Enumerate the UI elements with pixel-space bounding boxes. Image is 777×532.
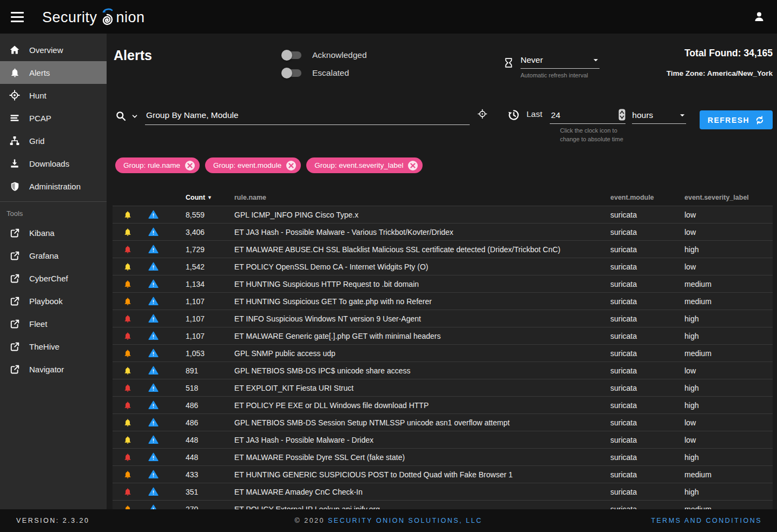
search-input[interactable] <box>145 108 470 124</box>
alert-bell-cell[interactable] <box>113 488 142 496</box>
table-row[interactable]: 3,406 ET JA3 Hash - Possible Malware - V… <box>113 223 773 240</box>
severity-bell-icon <box>123 280 132 288</box>
alert-info-cell[interactable] <box>142 227 164 237</box>
alert-info-cell[interactable] <box>142 279 164 289</box>
table-row[interactable]: 8,559 GPL ICMP_INFO PING Cisco Type.x su… <box>113 206 773 223</box>
alert-bell-cell[interactable] <box>113 349 142 358</box>
sidebar-item-cyberchef[interactable]: CyberChef <box>0 267 107 290</box>
sidebar-item-pcap[interactable]: PCAP <box>0 107 107 129</box>
alerts-table-header: Count ▼ rule.name event.module event.sev… <box>113 189 773 206</box>
table-row[interactable]: 486 ET POLICY PE EXE or DLL Windows file… <box>113 396 773 413</box>
table-row[interactable]: 1,107 ET HUNTING Suspicious GET To gate.… <box>113 292 773 310</box>
refresh-button[interactable]: REFRESH <box>700 110 773 129</box>
alert-bell-cell[interactable] <box>113 228 142 237</box>
sidebar-item-thehive[interactable]: TheHive <box>0 335 107 358</box>
menu-icon[interactable] <box>8 7 27 27</box>
table-row[interactable]: 1,107 ET MALWARE Generic gate[.].php GET… <box>113 327 773 344</box>
chevron-down-icon[interactable] <box>131 113 139 120</box>
alert-info-cell[interactable] <box>142 452 164 462</box>
group-chip-event-severity-label[interactable]: Group: event.severity_label <box>306 157 423 173</box>
count-cell: 351 <box>164 488 234 496</box>
alert-info-cell[interactable] <box>142 469 164 480</box>
alert-info-cell[interactable] <box>142 331 164 341</box>
table-row[interactable]: 1,053 GPL SNMP public access udp suricat… <box>113 344 773 362</box>
refresh-interval-select[interactable]: Never <box>521 55 600 69</box>
alert-info-cell[interactable] <box>142 400 164 410</box>
alert-info-cell[interactable] <box>142 244 164 254</box>
stepper-icon[interactable] <box>618 109 625 121</box>
acknowledged-toggle[interactable] <box>283 51 301 59</box>
alert-bell-cell[interactable] <box>113 332 142 340</box>
sidebar-item-label: Kibana <box>29 228 55 238</box>
alert-bell-cell[interactable] <box>113 314 142 323</box>
alert-bell-cell[interactable] <box>113 366 142 375</box>
table-row[interactable]: 1,107 ET INFO Suspicious Windows NT vers… <box>113 310 773 327</box>
sidebar-item-kibana[interactable]: Kibana <box>0 221 107 244</box>
column-header-count[interactable]: Count ▼ <box>164 194 234 201</box>
table-row[interactable]: 448 ET JA3 Hash - Possible Malware - Dri… <box>113 431 773 448</box>
alert-info-cell[interactable] <box>142 313 164 324</box>
table-row[interactable]: 448 ET MALWARE Possible Dyre SSL Cert (f… <box>113 448 773 465</box>
table-row[interactable]: 433 ET HUNTING GENERIC SUSPICIOUS POST t… <box>113 465 773 483</box>
sidebar-item-fleet[interactable]: Fleet <box>0 312 107 335</box>
alert-bell-cell[interactable] <box>113 436 142 444</box>
table-row[interactable]: 518 ET EXPLOIT_KIT Fiesta URI Struct sur… <box>113 379 773 396</box>
alert-info-cell[interactable] <box>142 435 164 445</box>
alert-info-cell[interactable] <box>142 417 164 428</box>
alert-bell-cell[interactable] <box>113 262 142 271</box>
time-range-quantity-input[interactable] <box>550 108 598 121</box>
sidebar-item-grid[interactable]: Grid <box>0 129 107 152</box>
alert-bell-cell[interactable] <box>113 470 142 479</box>
rule-name-cell: ET JA3 Hash - Possible Malware - Various… <box>234 228 610 237</box>
alert-bell-cell[interactable] <box>113 245 142 254</box>
time-range-unit-select[interactable]: hours <box>632 110 686 124</box>
sidebar-item-overview[interactable]: Overview <box>0 38 107 61</box>
user-account-button[interactable] <box>750 8 768 26</box>
alert-bell-cell[interactable] <box>113 211 142 219</box>
close-icon[interactable] <box>408 161 418 170</box>
table-row[interactable]: 1,134 ET HUNTING Suspicious HTTP Request… <box>113 275 773 292</box>
alert-info-cell[interactable] <box>142 365 164 376</box>
company-link[interactable]: SECURITY ONION SOLUTIONS, LLC <box>328 517 483 524</box>
alert-info-cell[interactable] <box>142 348 164 358</box>
sidebar-item-alerts[interactable]: Alerts <box>0 61 107 84</box>
alert-info-cell[interactable] <box>142 296 164 306</box>
history-clock-icon[interactable] <box>508 109 520 121</box>
alert-bell-cell[interactable] <box>113 418 142 427</box>
sidebar-item-playbook[interactable]: Playbook <box>0 290 107 312</box>
escalated-toggle[interactable] <box>283 69 301 77</box>
sidebar-item-hunt[interactable]: Hunt <box>0 84 107 107</box>
table-row[interactable]: 1,729 ET MALWARE ABUSE.CH SSL Blacklist … <box>113 240 773 258</box>
alert-info-cell[interactable] <box>142 209 164 220</box>
column-header-event-module[interactable]: event.module <box>610 194 684 201</box>
event-module-cell: suricata <box>610 314 684 323</box>
alert-bell-cell[interactable] <box>113 297 142 306</box>
search-icon[interactable] <box>115 110 127 122</box>
table-row[interactable]: 486 GPL NETBIOS SMB-DS Session Setup NTM… <box>113 413 773 431</box>
column-header-rule-name[interactable]: rule.name <box>234 194 610 201</box>
sidebar-item-grafana[interactable]: Grafana <box>0 244 107 267</box>
alert-bell-cell[interactable] <box>113 453 142 462</box>
alert-info-cell[interactable] <box>142 487 164 497</box>
group-chip-rule-name[interactable]: Group: rule.name <box>115 157 200 173</box>
alert-info-cell[interactable] <box>142 383 164 393</box>
severity-bell-icon <box>123 488 132 496</box>
close-icon[interactable] <box>286 161 296 170</box>
alert-bell-cell[interactable] <box>113 384 142 392</box>
terms-and-conditions-link[interactable]: TERMS AND CONDITIONS <box>651 517 762 524</box>
table-row[interactable]: 891 GPL NETBIOS SMB-DS IPC$ unicode shar… <box>113 362 773 379</box>
table-row[interactable]: 1,542 ET POLICY OpenSSL Demo CA - Intern… <box>113 258 773 275</box>
column-header-event-severity-label[interactable]: event.severity_label <box>684 194 773 201</box>
table-row[interactable]: 351 ET MALWARE Amadey CnC Check-In suric… <box>113 483 773 500</box>
sidebar-item-downloads[interactable]: Downloads <box>0 152 107 175</box>
alert-info-cell[interactable] <box>142 261 164 272</box>
hourglass-icon[interactable] <box>503 57 514 69</box>
target-crosshair-icon[interactable] <box>477 109 488 119</box>
sidebar-item-navigator[interactable]: Navigator <box>0 358 107 380</box>
alert-bell-cell[interactable] <box>113 280 142 288</box>
rule-name-cell: GPL ICMP_INFO PING Cisco Type.x <box>234 211 610 219</box>
alert-bell-cell[interactable] <box>113 401 142 410</box>
close-icon[interactable] <box>185 161 195 170</box>
group-chip-event-module[interactable]: Group: event.module <box>205 157 301 173</box>
sidebar-item-administration[interactable]: Administration <box>0 175 107 198</box>
